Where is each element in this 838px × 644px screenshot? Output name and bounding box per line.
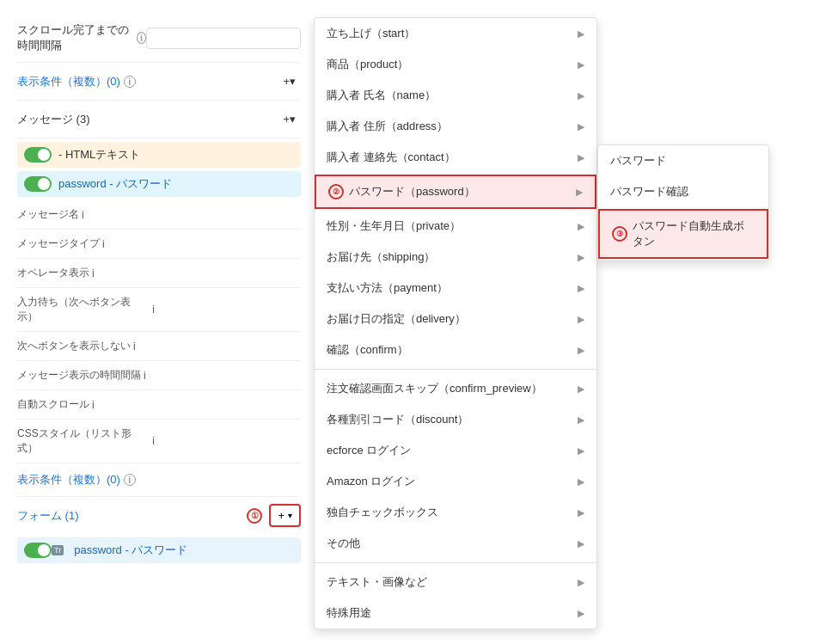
scroll-time-input[interactable] [146,28,301,49]
menu-startup[interactable]: 立ち上げ（start） ▶ [315,18,596,49]
messages-section-label: メッセージ (3) [17,112,90,127]
chevron-right-icon: ▶ [576,187,583,198]
css-style-label: CSSスタイル（リスト形式） i [17,426,155,456]
menu-confirm-preview[interactable]: 注文確認画面スキップ（confirm_preview） ▶ [315,373,596,404]
menu-product[interactable]: 商品（product） ▶ [315,49,596,80]
menu-special[interactable]: 特殊用途 ▶ [315,598,596,629]
menu-custom-checkbox[interactable]: 独自チェックボックス ▶ [315,497,596,528]
divider-1 [315,369,596,370]
menu-text-image[interactable]: テキスト・画像など ▶ [315,567,596,598]
hide-next-btn-label: 次へボタンを表示しない i [17,339,155,353]
scroll-time-info-icon: i [137,32,146,44]
display-condition2-text: 表示条件（複数）(0) [17,472,120,488]
input-wait-row: 入力待ち（次へボタン表示） i [17,288,301,332]
form-section-row: フォーム (1) ① + ▾ [17,497,301,534]
messages-add-button[interactable]: +▾ [278,109,301,129]
hide-next-btn-row: 次へボタンを表示しない i [17,332,301,361]
chevron-right-icon: ▶ [578,59,584,71]
html-text-label: - HTMLテキスト [58,147,140,163]
bottom-password-item[interactable]: Tr password - パスワード [17,537,301,563]
display-condition2-label: 表示条件（複数）(0) i [17,472,136,488]
display-condition-add-button[interactable]: +▾ [278,71,301,91]
menu-delivery[interactable]: お届け日の指定（delivery） ▶ [315,304,596,334]
form-add-button[interactable]: + ▾ [269,504,301,527]
menu-contact[interactable]: 購入者 連絡先（contact） ▶ [315,142,596,173]
chevron-right-icon: ▶ [578,507,584,518]
menu-name[interactable]: 購入者 氏名（name） ▶ [315,80,596,111]
plus-icon: + [278,509,284,522]
bottom-password-toggle[interactable] [24,543,52,558]
menu-address[interactable]: 購入者 住所（address） ▶ [315,111,596,142]
chevron-right-icon: ▶ [578,414,584,426]
auto-scroll-row: 自動スクロール i [17,390,301,420]
chevron-right-icon: ▶ [578,577,584,588]
chevron-right-icon: ▶ [578,283,584,294]
operator-display-info-icon: i [92,267,95,279]
messages-add-text: +▾ [283,113,296,126]
sub-password-auto[interactable]: ③ パスワード自動生成ボタン [598,209,768,259]
badge-3: ③ [612,226,627,242]
input-wait-label: 入力待ち（次へボタン表示） i [17,295,155,324]
password-toggle[interactable] [24,176,52,192]
sub-password-main[interactable]: パスワード [598,145,768,176]
hide-next-btn-info-icon: i [133,340,136,353]
message-type-label: メッセージタイプ i [17,236,155,251]
message-type-info-icon: i [102,238,105,250]
form-add-area: ① + ▾ [247,504,301,527]
sub-password-confirm[interactable]: パスワード確認 [598,176,768,207]
auto-scroll-info-icon: i [92,399,95,411]
chevron-right-icon: ▶ [578,345,584,356]
message-time-info-icon: i [144,370,146,382]
html-text-item[interactable]: - HTMLテキスト [17,142,301,168]
input-wait-info-icon: i [152,304,155,316]
menu-ecforce-login[interactable]: ecforce ログイン ▶ [315,435,596,466]
bottom-password-label: password - パスワード [74,543,187,558]
scroll-time-row: スクロール完了までの時間間隔 i [17,14,301,63]
auto-scroll-label: 自動スクロール i [17,397,155,412]
menu-other[interactable]: その他 ▶ [315,528,596,559]
display-condition-info-icon: i [124,76,136,88]
operator-display-label: オペレータ表示 i [17,266,155,280]
chevron-right-icon: ▶ [578,445,584,457]
display-condition-text: 表示条件（複数）(0) [17,74,120,89]
html-text-toggle[interactable] [24,147,52,163]
scroll-time-label: スクロール完了までの時間間隔 i [17,22,146,53]
menu-amazon-login[interactable]: Amazon ログイン ▶ [315,466,596,497]
chevron-right-icon: ▶ [578,221,584,232]
password-item[interactable]: password - パスワード [17,171,301,197]
main-dropdown-menu: 立ち上げ（start） ▶ 商品（product） ▶ 購入者 氏名（name）… [314,17,597,629]
message-time-label: メッセージ表示の時間間隔 i [17,368,155,383]
divider-2 [315,562,596,563]
badge-1: ① [247,508,262,524]
message-name-info-icon: i [82,209,84,221]
display-condition2-row: 表示条件（複数）(0) i [17,463,301,497]
message-name-label: メッセージ名 i [17,207,155,222]
css-style-info-icon: i [152,435,155,447]
menu-shipping[interactable]: お届け先（shipping） ▶ [315,242,596,273]
display-condition-label: 表示条件（複数）(0) i [17,74,136,89]
left-panel: スクロール完了までの時間間隔 i 表示条件（複数）(0) i +▾ メッセージ … [0,0,318,580]
chevron-right-icon: ▶ [578,121,584,132]
menu-private[interactable]: 性別・生年月日（private） ▶ [315,211,596,242]
badge-2: ② [328,184,344,199]
chevron-right-icon: ▶ [578,538,584,549]
sub-dropdown-menu: パスワード パスワード確認 ③ パスワード自動生成ボタン [597,144,769,261]
chevron-right-icon: ▶ [578,90,584,101]
message-type-row: メッセージタイプ i [17,230,301,259]
chevron-right-icon: ▶ [578,252,584,263]
messages-section-row: メッセージ (3) +▾ [17,101,301,138]
messages-section-text: メッセージ (3) [17,112,90,127]
menu-payment[interactable]: 支払い方法（payment） ▶ [315,273,596,304]
page-container: スクロール完了までの時間間隔 i 表示条件（複数）(0) i +▾ メッセージ … [0,0,838,644]
chevron-right-icon: ▶ [578,28,584,40]
message-time-row: メッセージ表示の時間間隔 i [17,361,301,390]
menu-confirm[interactable]: 確認（confirm） ▶ [315,334,596,365]
chevron-right-icon: ▶ [578,383,584,395]
css-style-row: CSSスタイル（リスト形式） i [17,420,301,463]
operator-display-row: オペレータ表示 i [17,259,301,288]
display-condition-row: 表示条件（複数）(0) i +▾ [17,63,301,101]
chevron-right-icon: ▶ [578,152,584,163]
menu-password[interactable]: ② パスワード（password） ▶ [315,175,596,209]
menu-discount[interactable]: 各種割引コード（discount） ▶ [315,404,596,435]
chevron-right-icon: ▶ [578,608,584,619]
